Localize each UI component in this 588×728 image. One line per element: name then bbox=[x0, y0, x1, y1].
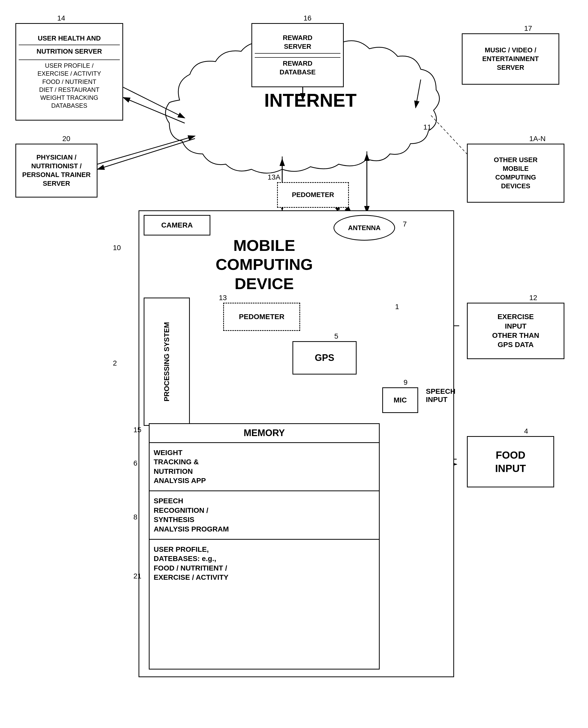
pedometer-int-label: PEDOMETER bbox=[239, 312, 284, 321]
pedometer-int-box: 13 PEDOMETER bbox=[223, 303, 300, 331]
memory-header: MEMORY bbox=[150, 424, 379, 443]
ref-11: 11 bbox=[423, 123, 431, 131]
exercise-label: EXERCISEINPUTOTHER THANGPS DATA bbox=[492, 312, 539, 350]
server14-sub: USER PROFILE /EXERCISE / ACTIVITYFOOD / … bbox=[19, 60, 120, 109]
ref-1: 1 bbox=[395, 303, 399, 311]
pedometer-ext-ref: 13A bbox=[268, 173, 280, 182]
food-input-box: 4 FOODINPUT bbox=[467, 436, 554, 487]
other-devices-ref: 1A-N bbox=[529, 134, 546, 143]
ref-6: 6 bbox=[133, 459, 138, 467]
ref-15: 15 bbox=[133, 426, 141, 434]
pedometer-ext-label: PEDOMETER bbox=[292, 191, 334, 199]
server14-title: USER HEALTH AND bbox=[19, 34, 120, 45]
server16-title: REWARDSERVER bbox=[255, 34, 340, 53]
speech-input-label: SPEECHINPUT bbox=[426, 387, 455, 404]
mic-label: MIC bbox=[394, 395, 407, 405]
ref-8: 8 bbox=[133, 513, 138, 521]
app6-section: WEIGHTTRACKING &NUTRITIONANALYSIS APP bbox=[150, 443, 379, 492]
app6-label: WEIGHTTRACKING &NUTRITIONANALYSIS APP bbox=[154, 448, 375, 486]
physician-box: 20 PHYSICIAN /NUTRITIONIST /PERSONAL TRA… bbox=[15, 144, 98, 197]
svg-line-11 bbox=[431, 115, 467, 154]
ref-21: 21 bbox=[133, 572, 141, 580]
other-devices-box: 1A-N OTHER USERMOBILECOMPUTINGDEVICES bbox=[467, 144, 564, 202]
server14-title2: NUTRITION SERVER bbox=[37, 47, 102, 56]
app21-section: USER PROFILE,DATEBASES: e.g.,FOOD / NUTR… bbox=[150, 540, 379, 587]
antenna-label: ANTENNA bbox=[348, 224, 380, 232]
gps-box: 5 GPS bbox=[292, 341, 357, 374]
mic-box: 9 MIC bbox=[382, 387, 418, 413]
svg-line-6 bbox=[98, 138, 195, 169]
ref-2: 2 bbox=[113, 359, 117, 367]
processing-label: PROCESSING SYSTEM bbox=[162, 322, 171, 402]
server14-ref: 14 bbox=[57, 14, 65, 23]
diagram-container: INTERNET 11 14 USER HEALTH AND NUTRITION… bbox=[0, 0, 588, 728]
mic-ref: 9 bbox=[403, 378, 408, 387]
memory-outer-box: MEMORY WEIGHTTRACKING &NUTRITIONANALYSIS… bbox=[149, 423, 380, 669]
gps-label: GPS bbox=[315, 352, 334, 364]
server14-box: 14 USER HEALTH AND NUTRITION SERVER USER… bbox=[15, 23, 123, 121]
physician-label: PHYSICIAN /NUTRITIONIST /PERSONAL TRAINE… bbox=[22, 153, 91, 188]
camera-box: CAMERA bbox=[144, 215, 210, 235]
app21-label: USER PROFILE,DATEBASES: e.g.,FOOD / NUTR… bbox=[154, 545, 375, 582]
app8-label: SPEECHRECOGNITION /SYNTHESISANALYSIS PRO… bbox=[154, 496, 375, 534]
server17-box: 17 MUSIC / VIDEO /ENTERTAINMENTSERVER bbox=[462, 33, 559, 85]
server16-ref: 16 bbox=[303, 14, 312, 23]
exercise-input-box: 12 EXERCISEINPUTOTHER THANGPS DATA bbox=[467, 303, 564, 359]
app8-section: SPEECHRECOGNITION /SYNTHESISANALYSIS PRO… bbox=[150, 491, 379, 540]
server17-ref: 17 bbox=[524, 24, 532, 33]
svg-line-5 bbox=[98, 136, 195, 164]
food-label: FOODINPUT bbox=[495, 448, 526, 475]
svg-line-1 bbox=[123, 98, 185, 123]
server17-label: MUSIC / VIDEO /ENTERTAINMENTSERVER bbox=[482, 46, 539, 72]
server16-sub: REWARDDATABASE bbox=[255, 57, 340, 77]
other-devices-label: OTHER USERMOBILECOMPUTINGDEVICES bbox=[494, 156, 538, 190]
food-ref: 4 bbox=[524, 427, 528, 436]
ref-10: 10 bbox=[113, 244, 121, 252]
svg-line-0 bbox=[123, 87, 185, 118]
pedometer-int-ref: 13 bbox=[219, 293, 227, 302]
camera-label: CAMERA bbox=[161, 221, 193, 230]
processing-box: PROCESSING SYSTEM bbox=[144, 298, 190, 426]
svg-line-4 bbox=[416, 80, 421, 108]
gps-ref: 5 bbox=[334, 332, 338, 341]
antenna-oval: ANTENNA bbox=[334, 215, 395, 241]
server16-box: 16 REWARDSERVER REWARDDATABASE bbox=[251, 23, 344, 87]
exercise-ref: 12 bbox=[529, 293, 537, 302]
ref-7: 7 bbox=[403, 220, 407, 228]
physician-ref: 20 bbox=[62, 134, 70, 143]
internet-label: INTERNET bbox=[220, 90, 400, 111]
pedometer-ext-box: 13A PEDOMETER bbox=[277, 182, 349, 208]
mobile-device-title: MOBILECOMPUTINGDEVICE bbox=[187, 236, 341, 293]
